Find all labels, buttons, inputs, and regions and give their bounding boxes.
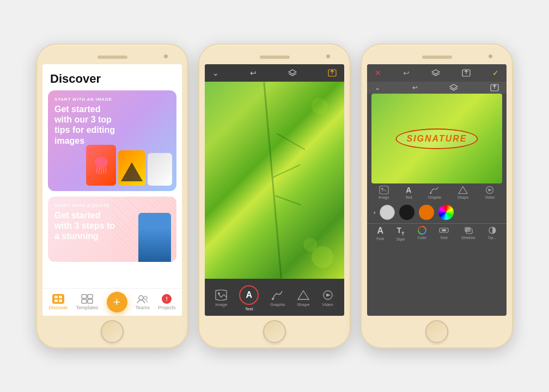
card-2-title: Get started with 3 steps to a stunning <box>54 210 118 242</box>
nav-projects[interactable]: ! Projects <box>158 294 176 310</box>
svg-point-0 <box>95 157 108 168</box>
export-icon[interactable] <box>328 69 337 77</box>
nav-teams[interactable]: Teams <box>135 294 150 310</box>
sig-text-icon: A <box>406 186 411 194</box>
close-icon[interactable]: ✕ <box>375 69 381 77</box>
phone-3: ✕ ↩ ✓ ⌄ ↩ <box>361 44 513 348</box>
sig-tool-image[interactable]: Image <box>379 186 389 199</box>
nav-projects-label: Projects <box>158 305 176 310</box>
svg-rect-23 <box>442 229 446 231</box>
signature-text: SIGNATURE <box>406 134 467 143</box>
svg-point-13 <box>218 292 220 295</box>
tool-image[interactable]: Image <box>215 290 228 307</box>
font-icon: A <box>377 226 383 236</box>
nav-discover[interactable]: Discover <box>48 294 68 310</box>
speaker-2 <box>260 56 290 59</box>
phones-container: Discover START WITH AN IMAGE Get started… <box>25 33 524 359</box>
svg-rect-8 <box>82 299 87 303</box>
export-icon-3[interactable] <box>462 69 471 77</box>
nav-teams-label: Teams <box>135 305 150 310</box>
svg-point-18 <box>381 188 383 189</box>
speaker-3 <box>422 56 452 59</box>
undo-icon[interactable]: ↩ <box>250 69 257 77</box>
jellyfish-icon <box>93 156 109 175</box>
editor-tools: Image A Text Graphic <box>205 283 344 314</box>
sig-tools-row1: Image A Text Graphic Sh <box>367 183 507 201</box>
tool-video[interactable]: Video <box>321 290 334 307</box>
sig-video-label: Video <box>485 195 495 199</box>
bokeh-3 <box>312 98 328 114</box>
nav-discover-label: Discover <box>48 305 68 310</box>
home-button-2[interactable] <box>263 320 286 343</box>
discover-icon-box <box>52 294 64 304</box>
svg-rect-9 <box>88 299 93 303</box>
phone-1-screen: Discover START WITH AN IMAGE Get started… <box>42 64 182 316</box>
color-swatch-rainbow[interactable] <box>438 205 454 220</box>
projects-badge: ! <box>162 294 172 304</box>
card-2[interactable]: START WITH A QUOTE Get started with 3 st… <box>48 197 176 262</box>
color-swatch-gray[interactable] <box>380 205 395 220</box>
svg-point-14 <box>272 298 274 300</box>
phone-3-top <box>366 52 508 62</box>
add-button[interactable]: + <box>107 292 127 313</box>
layers-icon[interactable] <box>288 69 297 77</box>
undo-icon-3b[interactable]: ↩ <box>412 84 418 91</box>
text-tool-A: A <box>246 290 252 300</box>
camera <box>164 54 168 58</box>
export-svg-3 <box>462 69 471 77</box>
svg-rect-24 <box>465 227 471 232</box>
sig-bottom-size[interactable]: Size <box>439 226 449 241</box>
undo-icon-3[interactable]: ↩ <box>403 69 410 77</box>
sig-bottom-color[interactable]: Color <box>417 226 427 241</box>
svg-rect-7 <box>88 295 93 298</box>
sig-image-label: Image <box>379 195 389 199</box>
discover-icon <box>53 295 63 303</box>
signature-text-box[interactable]: SIGNATURE <box>395 128 478 149</box>
sig-bottom-opacity[interactable]: Op... <box>487 226 497 241</box>
sig-tool-video[interactable]: Video <box>484 186 495 199</box>
card-1-title: Get started with our 3 top tips for edit… <box>54 104 118 146</box>
sig-tool-text[interactable]: A Text <box>405 186 412 199</box>
size-label: Size <box>441 236 448 240</box>
layers-svg <box>288 69 297 77</box>
style-label: Style <box>396 237 405 241</box>
sig-graphic-label: Graphic <box>428 195 442 199</box>
sig-bottom-shadow[interactable]: Shadow <box>461 226 475 241</box>
export-inner-icon[interactable] <box>490 84 499 91</box>
pyramid-shape <box>121 162 143 181</box>
phone-1: Discover START WITH AN IMAGE Get started… <box>36 44 188 348</box>
svg-line-4 <box>103 167 104 174</box>
sig-shape-label: Shape <box>457 195 468 199</box>
video-tool-icon <box>321 290 334 301</box>
sig-tool-graphic[interactable]: Graphic <box>428 186 442 199</box>
phone-3-screen: ✕ ↩ ✓ ⌄ ↩ <box>367 64 507 316</box>
nav-templates[interactable]: Templates <box>76 294 98 310</box>
editor-canvas <box>205 82 344 279</box>
svg-point-19 <box>430 192 431 194</box>
tool-graphic[interactable]: Graphic <box>270 290 285 307</box>
home-button-1[interactable] <box>101 320 124 343</box>
sig-bottom-font[interactable]: A Font <box>376 226 384 241</box>
color-swatch-black[interactable] <box>399 205 414 220</box>
size-icon <box>439 226 449 235</box>
tool-shape[interactable]: Shape <box>297 290 310 307</box>
color-swatch-orange[interactable] <box>419 205 434 220</box>
export-svg <box>328 69 337 77</box>
shape-tool-icon <box>297 290 310 301</box>
chevron-down-icon[interactable]: ⌄ <box>212 69 219 77</box>
sig-bottom-style[interactable]: TT Style <box>396 226 405 241</box>
sig-tool-shape[interactable]: Shape <box>457 186 468 199</box>
layers-inner-icon[interactable] <box>449 84 458 91</box>
editor-top-bar: ⌄ ↩ <box>205 64 344 82</box>
shadow-label: Shadow <box>461 236 475 240</box>
phone-2: ⌄ ↩ <box>198 44 351 348</box>
sig-bottom-tools: A Font TT Style Color <box>367 223 507 243</box>
color-arrow[interactable]: › <box>374 210 375 216</box>
layers-icon-3[interactable] <box>431 69 440 77</box>
tool-text[interactable]: A Text <box>239 285 259 311</box>
card-1[interactable]: START WITH AN IMAGE Get started with our… <box>48 90 176 191</box>
chevron-down-icon-3[interactable]: ⌄ <box>375 84 380 91</box>
home-button-3[interactable] <box>425 320 448 343</box>
phone-2-top <box>204 52 345 62</box>
confirm-icon[interactable]: ✓ <box>492 69 499 77</box>
